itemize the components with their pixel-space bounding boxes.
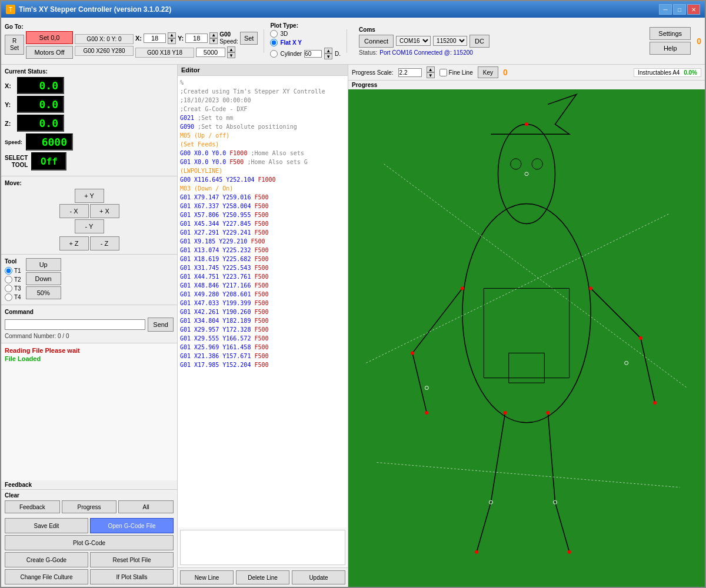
key-button[interactable]: Key [478,66,498,78]
plus-z-button[interactable]: + Z [59,236,89,250]
tool-section: Tool T1 T2 T3 [1,255,177,305]
fine-line-label: Fine Line [449,69,473,76]
toolbar: Go To: RSet Set 0,0 Motors Off G00 X: 0 … [1,18,705,65]
create-gcode-button[interactable]: Create G-Gode [5,552,88,567]
x-up-button[interactable]: ▲ [168,32,176,38]
move-row-z: + Z - Z [59,236,119,250]
cylinder-down[interactable]: ▼ [324,54,332,59]
editor-line: G01 X47.033 Y199.399 F500 [180,299,345,308]
g00-label: G00 [219,31,238,38]
change-culture-button[interactable]: Change File Culture [5,569,88,584]
select-tool-label: SELECTTOOL [5,155,28,169]
editor-line: G01 X49.280 Y208.601 F500 [180,290,345,299]
delete-line-button[interactable]: Delete Line [236,570,289,584]
editor-line: M03 (Down / On) [180,184,345,193]
y-display: 0.0 [17,96,64,113]
t4-label: T4 [14,294,21,300]
scale-input[interactable] [398,68,422,77]
t3-radio-item: T3 [5,285,21,292]
editor-line: G01 X27.291 Y229.241 F500 [180,228,345,237]
fine-line-checkbox[interactable] [439,69,447,76]
editor-line: M05 (Up / off) [180,131,345,140]
editor-line: G01 X67.337 Y258.004 F500 [180,202,345,211]
if-plot-stalls-button[interactable]: If Plot Stalls [90,569,174,584]
instructables-label: Instructables A4 [638,69,680,76]
cylinder-value[interactable] [304,50,322,58]
open-gcode-button[interactable]: Open G-Code File [90,518,174,533]
minimize-button[interactable]: ─ [659,4,672,15]
pct-button[interactable]: 50% [26,286,61,299]
feedback-clear-button[interactable]: Feedback [5,500,60,513]
settings-button[interactable]: Settings [650,27,691,40]
close-button[interactable]: ✕ [687,4,700,15]
cylinder-radio[interactable] [270,50,278,58]
feedback-area: Reading File Please wait File Loaded [1,343,177,480]
editor-content[interactable]: %;Created using Tim's Stepper XY Control… [178,76,348,527]
editor-line: % [180,78,345,87]
send-button[interactable]: Send [148,318,174,332]
plot-gcode-button[interactable]: Plot G-Code [5,535,174,550]
motors-off-button[interactable]: Motors Off [26,46,73,59]
command-label: Command [5,309,174,315]
help-button[interactable]: Help [650,42,691,55]
r-set-button[interactable]: RSet [5,35,24,55]
y-input[interactable] [185,34,208,43]
flat-label: Flat X Y [280,39,302,46]
t1-radio-item: T1 [5,267,21,275]
canvas-panel: Progress Scale: ▲ ▼ Fine Line Key 0 Inst… [348,65,705,587]
dc-button[interactable]: DC [469,35,489,48]
goto-label: Go To: [5,24,23,30]
baud-rate-select[interactable]: 115200 [433,36,467,46]
minus-y-button[interactable]: - Y [75,219,104,233]
editor-line: G01 X34.804 Y182.189 F500 [180,316,345,325]
progress-pct: 0.0% [684,69,697,76]
maximize-button[interactable]: □ [673,4,686,15]
update-button[interactable]: Update [292,570,345,584]
3d-radio[interactable] [270,30,278,38]
reset-plot-button[interactable]: Reset Plot File [90,552,174,567]
main-window: T Tim's XY Stepper Controller (version 3… [0,0,706,588]
speed-down-button[interactable]: ▼ [227,52,235,58]
t2-radio[interactable] [5,276,12,283]
x-down-button[interactable]: ▼ [168,38,176,44]
scale-up[interactable]: ▲ [427,66,435,72]
t1-radio[interactable] [5,267,12,275]
current-status-label: Current Status: [5,68,174,75]
save-edit-button[interactable]: Save Edit [5,518,88,533]
cylinder-up[interactable]: ▲ [324,48,332,54]
editor-input-area[interactable] [180,530,345,565]
x-input[interactable] [144,34,166,43]
new-line-button[interactable]: New Line [180,570,234,584]
plus-y-button[interactable]: + Y [75,189,104,203]
flat-radio[interactable] [270,39,278,46]
goto-buttons: RSet Set 0,0 Motors Off G00 X: 0 Y: 0 G0… [5,31,258,59]
set-00-button[interactable]: Set 0,0 [26,31,73,44]
com-port-select[interactable]: COM16 [396,36,431,46]
g00-x18y18-display: G00 X18 Y18 [135,48,194,58]
command-input-row: Send [5,318,174,332]
plus-x-button[interactable]: + X [90,204,119,218]
scale-down[interactable]: ▼ [427,72,435,78]
minus-x-button[interactable]: - X [59,204,89,218]
connect-button[interactable]: Connect [359,35,394,48]
editor-line: G01 X29.555 Y166.572 F500 [180,334,345,343]
minus-z-button[interactable]: - Z [90,236,119,250]
t3-radio[interactable] [5,285,12,292]
speed-up-button[interactable]: ▲ [227,46,235,52]
y-down-button[interactable]: ▼ [209,38,218,44]
y-up-button[interactable]: ▲ [209,32,218,38]
speed-input[interactable] [196,48,225,57]
t4-radio[interactable] [5,293,12,301]
flat-radio-group: Flat X Y [270,39,341,46]
editor-line: G01 X79.147 Y259.016 F500 [180,193,345,202]
down-button[interactable]: Down [26,272,61,285]
up-button[interactable]: Up [26,258,61,271]
command-input[interactable] [5,319,145,330]
z-status-row: Z: 0.0 [5,115,174,132]
speed-status-row: Speed: 6000 [5,133,174,151]
all-clear-button[interactable]: All [118,500,174,513]
editor-line: G090 ;Set to Absolute positioning [180,122,345,131]
progress-clear-button[interactable]: Progress [62,500,117,513]
separator1 [264,29,264,53]
set-button[interactable]: Set [240,32,258,45]
